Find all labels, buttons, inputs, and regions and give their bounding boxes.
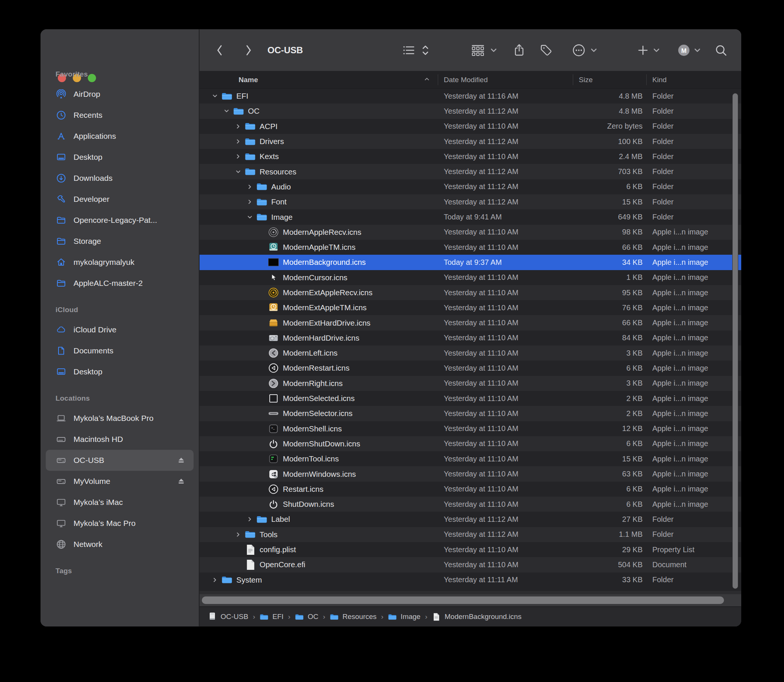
sidebar-item-airdrop[interactable]: AirDrop [46, 84, 194, 105]
sidebar-item-opencore-legacy-pat-[interactable]: Opencore-Legacy-Pat... [46, 210, 194, 231]
file-row[interactable]: OCYesterday at 11:12 AM4.8 MBFolder [199, 104, 741, 118]
sidebar-item-icloud-drive[interactable]: iCloud Drive [46, 319, 194, 340]
file-row[interactable]: KextsYesterday at 11:10 AM2.4 MBFolder [199, 149, 741, 164]
path-item[interactable]: OC-USB [208, 612, 248, 621]
share-button[interactable] [513, 43, 525, 57]
file-row[interactable]: LabelYesterday at 11:12 AM27 KBFolder [199, 512, 741, 527]
path-item[interactable]: Image [388, 612, 421, 621]
file-row[interactable]: ModernAppleTM.icnsYesterday at 11:10 AM6… [199, 240, 741, 255]
file-row[interactable]: ModernExtAppleTM.icnsYesterday at 11:10 … [199, 300, 741, 315]
sidebar-item-developer[interactable]: Developer [46, 189, 194, 210]
column-divider[interactable] [646, 74, 647, 85]
file-row[interactable]: ShutDown.icnsYesterday at 11:10 AM6 KBAp… [199, 497, 741, 512]
column-divider[interactable] [573, 74, 573, 85]
file-row[interactable]: Restart.icnsYesterday at 11:10 AM6 KBApp… [199, 482, 741, 497]
file-row[interactable]: EFIYesterday at 11:16 AM4.8 MBFolder [199, 89, 741, 104]
file-row[interactable]: ModernCursor.icnsYesterday at 11:10 AM1 … [199, 270, 741, 285]
sidebar-item-applications[interactable]: Applications [46, 126, 194, 147]
sidebar-item-mykola-s-macbook-pro[interactable]: Mykola’s MacBook Pro [46, 408, 194, 429]
column-divider[interactable] [438, 74, 438, 85]
file-row[interactable]: ModernShutDown.icnsYesterday at 11:10 AM… [199, 436, 741, 451]
sidebar-item-myvolume[interactable]: MyVolume [46, 471, 194, 492]
new-item-button[interactable] [637, 45, 649, 56]
file-row[interactable]: DriversYesterday at 11:12 AM100 KBFolder [199, 134, 741, 149]
search-button[interactable] [715, 44, 727, 57]
more-actions-button[interactable] [572, 43, 586, 57]
disclosure-expanded-icon[interactable] [234, 168, 242, 176]
disclosure-collapsed-icon[interactable] [246, 198, 254, 206]
sidebar-item-mykola-s-mac-pro[interactable]: Mykola’s Mac Pro [46, 513, 194, 534]
path-item[interactable]: EFI [260, 612, 284, 621]
account-chevron-button[interactable] [693, 47, 701, 53]
sidebar-item-desktop[interactable]: Desktop [46, 147, 194, 168]
view-sort-toggle-button[interactable] [421, 44, 430, 57]
sidebar-item-documents[interactable]: Documents [46, 340, 194, 361]
sidebar-item-mykolagrymalyuk[interactable]: mykolagrymalyuk [46, 252, 194, 273]
sidebar-item-recents[interactable]: Recents [46, 105, 194, 126]
column-header-kind[interactable]: Kind [652, 76, 666, 84]
back-button[interactable] [215, 44, 224, 57]
sidebar-item-applealc-master-2[interactable]: AppleALC-master-2 [46, 273, 194, 294]
file-row[interactable]: ModernAppleRecv.icnsYesterday at 11:10 A… [199, 225, 741, 240]
disclosure-expanded-icon[interactable] [246, 213, 254, 221]
list-view-icon [403, 45, 415, 56]
sidebar-item-macintosh-hd[interactable]: Macintosh HD [46, 429, 194, 450]
path-item[interactable]: ModernBackground.icns [432, 612, 521, 621]
group-by-button[interactable] [471, 44, 485, 57]
file-row[interactable]: ModernHardDrive.icnsYesterday at 11:10 A… [199, 330, 741, 346]
disclosure-expanded-icon[interactable] [211, 92, 219, 100]
more-actions-chevron-button[interactable] [590, 47, 598, 53]
file-row[interactable]: AudioYesterday at 11:12 AM6 KBFolder [199, 179, 741, 194]
file-row[interactable]: ModernBackground.icnsToday at 9:37 AM34 … [199, 255, 741, 270]
group-by-chevron-button[interactable] [490, 47, 497, 53]
folder-icon [256, 181, 268, 193]
column-header-date[interactable]: Date Modified [444, 76, 488, 84]
file-row[interactable]: >_ModernShell.icnsYesterday at 11:10 AM1… [199, 421, 741, 436]
sidebar-item-desktop[interactable]: Desktop [46, 361, 194, 382]
file-row[interactable]: ModernSelected.icnsYesterday at 11:10 AM… [199, 391, 741, 406]
disclosure-collapsed-icon[interactable] [234, 152, 242, 161]
disclosure-collapsed-icon[interactable] [234, 531, 242, 539]
disclosure-collapsed-icon[interactable] [246, 183, 254, 191]
disclosure-collapsed-icon[interactable] [234, 122, 242, 131]
horizontal-scrollbar-track[interactable] [199, 594, 741, 606]
path-item[interactable]: OC [295, 612, 319, 621]
sidebar-item-mykola-s-imac[interactable]: Mykola’s iMac [46, 492, 194, 513]
disclosure-collapsed-icon[interactable] [234, 137, 242, 145]
file-row[interactable]: ModernRight.icnsYesterday at 11:10 AM3 K… [199, 376, 741, 391]
file-row[interactable]: ToolsYesterday at 11:12 AM1.1 MBFolder [199, 527, 741, 542]
column-header-name[interactable]: Name [239, 76, 258, 84]
account-button[interactable]: M [677, 43, 691, 57]
eject-icon[interactable] [177, 477, 185, 485]
path-item[interactable]: Resources [330, 612, 377, 621]
file-row[interactable]: ModernRestart.icnsYesterday at 11:10 AM6… [199, 360, 741, 376]
file-row[interactable]: FontYesterday at 11:12 AM15 KBFolder [199, 194, 741, 209]
new-item-chevron-button[interactable] [653, 47, 660, 53]
column-header-size[interactable]: Size [579, 76, 593, 84]
sidebar-item-storage[interactable]: Storage [46, 231, 194, 252]
forward-button[interactable] [244, 44, 253, 57]
horizontal-scrollbar-thumb[interactable] [202, 596, 724, 604]
file-row[interactable]: ResourcesYesterday at 11:12 AM703 KBFold… [199, 164, 741, 179]
file-row[interactable]: ModernExtHardDrive.icnsYesterday at 11:1… [199, 315, 741, 330]
sidebar-item-network[interactable]: Network [46, 534, 194, 555]
file-row[interactable]: ModernWindows.icnsYesterday at 11:10 AM6… [199, 466, 741, 481]
sidebar-item-downloads[interactable]: Downloads [46, 168, 194, 189]
file-row[interactable]: ModernLeft.icnsYesterday at 11:10 AM3 KB… [199, 346, 741, 360]
file-row[interactable]: SystemYesterday at 11:11 AM33 KBFolder [199, 572, 741, 588]
disclosure-collapsed-icon[interactable] [246, 515, 254, 523]
file-row[interactable]: ImageToday at 9:41 AM649 KBFolder [199, 209, 741, 224]
file-row[interactable]: OpenCore.efiYesterday at 11:10 AM504 KBD… [199, 557, 741, 572]
view-list-button[interactable] [403, 45, 415, 56]
file-row[interactable]: ModernExtAppleRecv.icnsYesterday at 11:1… [199, 285, 741, 300]
vertical-scrollbar-thumb[interactable] [732, 93, 738, 589]
tags-button[interactable] [540, 44, 553, 57]
file-row[interactable]: ACPIYesterday at 11:10 AMZero bytesFolde… [199, 119, 741, 134]
file-row[interactable]: ModernTool.icnsYesterday at 11:10 AM15 K… [199, 451, 741, 466]
disclosure-collapsed-icon[interactable] [211, 576, 219, 584]
sidebar-item-oc-usb[interactable]: OC-USB [46, 450, 194, 471]
disclosure-expanded-icon[interactable] [222, 107, 231, 115]
eject-icon[interactable] [177, 456, 185, 464]
file-row[interactable]: config.plistYesterday at 11:10 AM29 KBPr… [199, 542, 741, 557]
file-row[interactable]: ModernSelector.icnsYesterday at 11:10 AM… [199, 406, 741, 421]
